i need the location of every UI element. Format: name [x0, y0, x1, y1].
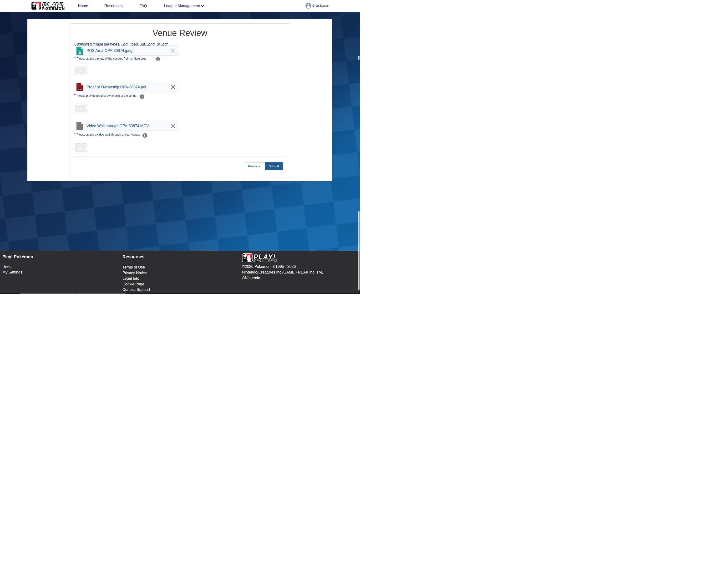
svg-text:POKÉMON: POKÉMON: [42, 7, 65, 10]
svg-text:POKÉMON: POKÉMON: [254, 259, 278, 262]
svg-text:PDF: PDF: [78, 88, 82, 90]
